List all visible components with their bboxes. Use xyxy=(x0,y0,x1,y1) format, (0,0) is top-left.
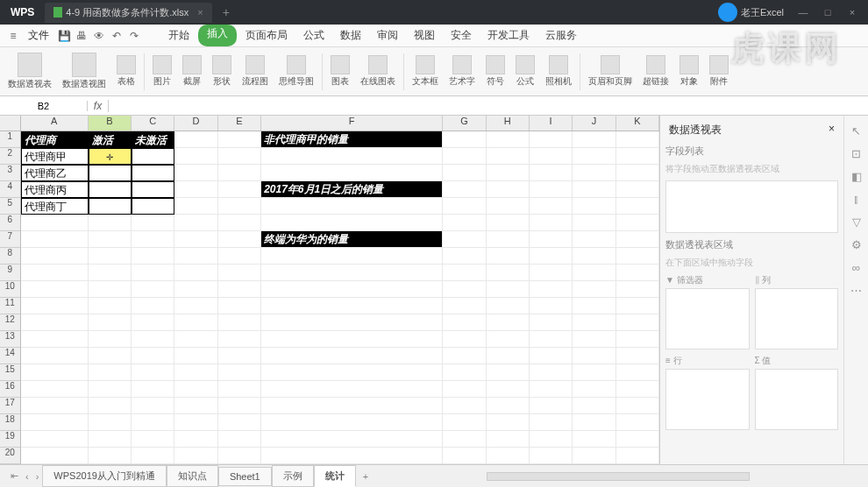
cell[interactable] xyxy=(89,281,132,298)
cell[interactable] xyxy=(174,448,217,464)
row-header[interactable]: 18 xyxy=(0,414,21,431)
cell[interactable] xyxy=(443,314,486,331)
cell[interactable] xyxy=(132,414,174,431)
cell[interactable] xyxy=(174,248,217,265)
cell[interactable] xyxy=(132,231,174,248)
cell[interactable] xyxy=(443,298,486,314)
cell[interactable] xyxy=(616,181,659,198)
cell[interactable] xyxy=(89,448,132,464)
cell[interactable] xyxy=(573,231,615,248)
cell[interactable] xyxy=(218,431,261,448)
cell[interactable] xyxy=(132,448,174,464)
add-sheet-button[interactable]: + xyxy=(356,471,375,482)
cell[interactable] xyxy=(487,448,530,464)
cell[interactable] xyxy=(89,398,132,414)
cell[interactable] xyxy=(573,215,615,231)
cell[interactable] xyxy=(261,414,443,431)
cell[interactable] xyxy=(261,448,443,464)
cell[interactable] xyxy=(261,348,443,364)
cell[interactable] xyxy=(21,215,89,231)
cell[interactable] xyxy=(487,148,530,165)
row-header[interactable]: 16 xyxy=(0,381,21,398)
cell-a4[interactable]: 代理商丙 xyxy=(21,181,89,198)
cell[interactable] xyxy=(616,298,659,314)
cell[interactable] xyxy=(89,314,132,331)
cell[interactable] xyxy=(573,431,615,448)
cell[interactable] xyxy=(530,248,573,265)
cell[interactable] xyxy=(616,314,659,331)
filter-icon[interactable]: ▽ xyxy=(850,215,864,229)
cell[interactable] xyxy=(132,331,174,348)
col-header-a[interactable]: A xyxy=(21,116,89,131)
cell[interactable] xyxy=(261,248,443,265)
cell[interactable] xyxy=(443,398,486,414)
cell[interactable] xyxy=(132,431,174,448)
cell[interactable] xyxy=(89,414,132,431)
cell[interactable] xyxy=(218,131,261,148)
col-header-f[interactable]: F xyxy=(261,116,443,131)
ribbon-hyperlink[interactable]: 超链接 xyxy=(640,55,672,88)
cell[interactable] xyxy=(573,165,615,181)
print-icon[interactable]: 🖶 xyxy=(74,28,89,44)
row-header[interactable]: 10 xyxy=(0,281,21,298)
cell[interactable] xyxy=(530,181,573,198)
ribbon-mindmap[interactable]: 思维导图 xyxy=(276,55,317,88)
cell[interactable] xyxy=(487,281,530,298)
cell[interactable] xyxy=(443,281,486,298)
sheet-tab[interactable]: Sheet1 xyxy=(218,467,272,486)
cell[interactable] xyxy=(487,431,530,448)
cell[interactable] xyxy=(89,331,132,348)
cell[interactable] xyxy=(530,265,573,281)
cell[interactable] xyxy=(573,314,615,331)
cell[interactable] xyxy=(487,331,530,348)
window-close[interactable]: × xyxy=(840,7,864,18)
col-header-j[interactable]: J xyxy=(573,116,615,131)
col-area[interactable] xyxy=(755,288,839,349)
cell[interactable] xyxy=(89,348,132,364)
cell[interactable] xyxy=(261,364,443,381)
tab-data[interactable]: 数据 xyxy=(333,25,368,46)
cell[interactable] xyxy=(573,148,615,165)
cell[interactable] xyxy=(573,348,615,364)
cell[interactable] xyxy=(261,398,443,414)
cell[interactable] xyxy=(530,398,573,414)
sheet-nav-first[interactable]: ⇤ xyxy=(7,470,22,482)
cell[interactable] xyxy=(443,414,486,431)
cell[interactable] xyxy=(174,281,217,298)
cell[interactable] xyxy=(218,414,261,431)
cell-c1[interactable]: 未激活 xyxy=(132,131,174,148)
cell[interactable] xyxy=(174,314,217,331)
row-header[interactable]: 6 xyxy=(0,215,21,231)
cell[interactable] xyxy=(261,281,443,298)
tab-devtools[interactable]: 开发工具 xyxy=(480,25,537,46)
row-header[interactable]: 1 xyxy=(0,131,21,148)
cell[interactable] xyxy=(573,364,615,381)
val-area[interactable] xyxy=(755,369,839,430)
cell[interactable] xyxy=(530,281,573,298)
cell[interactable] xyxy=(261,165,443,181)
cell[interactable] xyxy=(487,364,530,381)
tab-security[interactable]: 安全 xyxy=(444,25,479,46)
cell[interactable] xyxy=(174,381,217,398)
cell[interactable] xyxy=(443,381,486,398)
cell[interactable] xyxy=(174,215,217,231)
cell[interactable] xyxy=(530,148,573,165)
share-icon[interactable]: ∞ xyxy=(850,261,864,275)
cell[interactable] xyxy=(616,248,659,265)
new-tab-button[interactable]: + xyxy=(212,5,240,19)
cell[interactable] xyxy=(218,281,261,298)
cell-a1[interactable]: 代理商 xyxy=(21,131,89,148)
window-minimize[interactable]: — xyxy=(791,7,815,18)
cell[interactable] xyxy=(487,248,530,265)
ribbon-pivottable[interactable]: 数据透视表 xyxy=(5,53,54,90)
ribbon-picture[interactable]: 图片 xyxy=(150,55,174,88)
cell[interactable] xyxy=(616,364,659,381)
cell[interactable] xyxy=(218,314,261,331)
cell-b1[interactable]: 激活 xyxy=(89,131,132,148)
cell[interactable] xyxy=(487,381,530,398)
cell[interactable] xyxy=(487,215,530,231)
cell[interactable] xyxy=(530,215,573,231)
cell[interactable] xyxy=(132,248,174,265)
cell[interactable] xyxy=(443,348,486,364)
ribbon-wordart[interactable]: 艺术字 xyxy=(446,55,478,88)
